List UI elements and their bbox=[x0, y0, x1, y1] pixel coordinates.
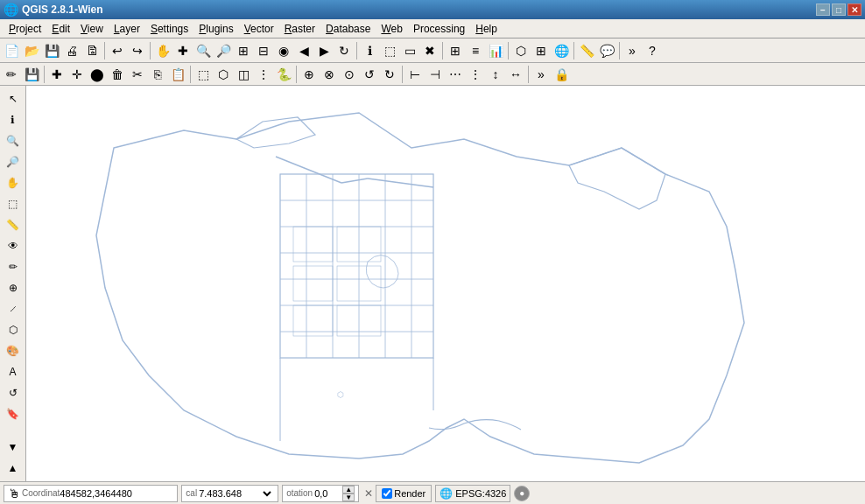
zoom-next-button[interactable]: ▶ bbox=[314, 41, 334, 60]
add-point[interactable]: ⊕ bbox=[3, 278, 24, 298]
pan-left[interactable]: ✋ bbox=[3, 173, 24, 192]
messages-button[interactable]: ● bbox=[514, 486, 530, 501]
redo-button[interactable]: ↪ bbox=[128, 41, 147, 60]
rotation-up[interactable]: ▲ bbox=[342, 486, 355, 494]
add-line[interactable]: ⟋ bbox=[3, 299, 24, 318]
snap-btn1[interactable]: ⊕ bbox=[299, 65, 319, 84]
add-feature-button[interactable]: ✚ bbox=[47, 65, 67, 84]
snap-btn5[interactable]: ↻ bbox=[380, 65, 399, 84]
expand-panel[interactable]: ▲ bbox=[3, 458, 24, 478]
refresh-button[interactable]: ↻ bbox=[334, 41, 354, 60]
add-polygon[interactable]: ⬡ bbox=[3, 320, 24, 340]
more-button[interactable]: » bbox=[622, 41, 642, 60]
label-tool[interactable]: A bbox=[3, 362, 24, 382]
measure-button[interactable]: 📏 bbox=[577, 41, 596, 60]
undo-button[interactable]: ↩ bbox=[108, 41, 127, 60]
digitize-btn1[interactable]: ⬚ bbox=[193, 65, 213, 84]
menu-settings[interactable]: Settings bbox=[145, 21, 193, 37]
map-tips-button[interactable]: 💬 bbox=[597, 41, 616, 60]
map-canvas[interactable]: ⬡ bbox=[26, 86, 865, 481]
rotation-tool[interactable]: ↺ bbox=[3, 383, 24, 402]
digitize-btn2[interactable]: ⬡ bbox=[214, 65, 233, 84]
zoom-selection-button[interactable]: ◉ bbox=[274, 41, 293, 60]
zoom-full-button[interactable]: ⊞ bbox=[234, 41, 253, 60]
maximize-button[interactable]: □ bbox=[832, 4, 846, 16]
adv-btn5[interactable]: ↕ bbox=[486, 65, 505, 84]
menu-database[interactable]: Database bbox=[320, 21, 376, 37]
add-vector-button[interactable]: ⬡ bbox=[511, 41, 531, 60]
add-raster-button[interactable]: ⊞ bbox=[531, 41, 551, 60]
close-button[interactable]: ✕ bbox=[847, 4, 861, 16]
select-feature-button[interactable]: ⬚ bbox=[380, 41, 399, 60]
open-attr-table-button[interactable]: ≡ bbox=[466, 41, 485, 60]
menu-vector[interactable]: Vector bbox=[239, 21, 279, 37]
print-button[interactable]: 🖺 bbox=[82, 41, 102, 60]
new-project-button[interactable]: 📄 bbox=[2, 41, 21, 60]
select-left[interactable]: ⬚ bbox=[3, 194, 24, 214]
deselect-button[interactable]: ✖ bbox=[420, 41, 440, 60]
snap-btn3[interactable]: ⊙ bbox=[340, 65, 359, 84]
paste-features-button[interactable]: 📋 bbox=[168, 65, 187, 84]
menu-web[interactable]: Web bbox=[376, 21, 407, 37]
lock-button[interactable]: 🔒 bbox=[552, 65, 571, 84]
stats-button[interactable]: 📊 bbox=[486, 41, 505, 60]
feature-info[interactable]: ℹ bbox=[3, 110, 24, 130]
identify-button[interactable]: ℹ bbox=[360, 41, 379, 60]
style-tool[interactable]: 🎨 bbox=[3, 341, 24, 360]
digitize-btn3[interactable]: ◫ bbox=[234, 65, 253, 84]
edit-toggle-button[interactable]: ✏ bbox=[2, 65, 21, 84]
zoom-layer-button[interactable]: ⊟ bbox=[254, 41, 273, 60]
identify-left[interactable]: 👁 bbox=[3, 236, 24, 256]
menu-layer[interactable]: Layer bbox=[109, 21, 145, 37]
zoom-in-left[interactable]: 🔍 bbox=[3, 131, 24, 150]
node-tool-button[interactable]: ⬤ bbox=[88, 65, 107, 84]
epsg-display[interactable]: 🌐 EPSG:4326 bbox=[435, 485, 510, 502]
render-button[interactable]: Render bbox=[376, 485, 432, 502]
zoom-in-button[interactable]: 🔍 bbox=[193, 41, 213, 60]
menu-raster[interactable]: Raster bbox=[279, 21, 320, 37]
adv-btn6[interactable]: ↔ bbox=[506, 65, 525, 84]
scale-input[interactable] bbox=[199, 488, 260, 499]
save-as-button[interactable]: 🖨 bbox=[62, 41, 81, 60]
adv-btn3[interactable]: ⋯ bbox=[446, 65, 465, 84]
render-checkbox[interactable] bbox=[382, 488, 392, 499]
adv-btn4[interactable]: ⋮ bbox=[466, 65, 485, 84]
save-project-button[interactable]: 💾 bbox=[42, 41, 61, 60]
delete-selected-button[interactable]: 🗑 bbox=[108, 65, 127, 84]
minimize-button[interactable]: − bbox=[816, 4, 830, 16]
python-console-button[interactable]: 🐍 bbox=[274, 65, 293, 84]
pan-to-selection[interactable]: ✚ bbox=[173, 41, 193, 60]
rotation-down[interactable]: ▼ bbox=[342, 494, 355, 501]
zoom-prev-button[interactable]: ◀ bbox=[294, 41, 313, 60]
save-edits-button[interactable]: 💾 bbox=[22, 65, 41, 84]
copy-features-button[interactable]: ⎘ bbox=[148, 65, 167, 84]
zoom-out-button[interactable]: 🔎 bbox=[214, 41, 233, 60]
zoom-out-left[interactable]: 🔎 bbox=[3, 152, 24, 172]
edit-left[interactable]: ✏ bbox=[3, 257, 24, 276]
cut-features-button[interactable]: ✂ bbox=[128, 65, 147, 84]
open-project-button[interactable]: 📂 bbox=[22, 41, 41, 60]
menu-plugins[interactable]: Plugins bbox=[193, 21, 238, 37]
more2-button[interactable]: » bbox=[531, 65, 551, 84]
measure-left[interactable]: 📏 bbox=[3, 215, 24, 234]
adv-btn1[interactable]: ⊢ bbox=[405, 65, 425, 84]
menu-project[interactable]: Project bbox=[4, 21, 46, 37]
menu-view[interactable]: View bbox=[75, 21, 109, 37]
select-rect-button[interactable]: ▭ bbox=[400, 41, 419, 60]
adv-btn2[interactable]: ⊣ bbox=[425, 65, 445, 84]
collapse-panel[interactable]: ▼ bbox=[3, 438, 24, 457]
cursor-tool[interactable]: ↖ bbox=[3, 89, 24, 108]
pan-button[interactable]: ✋ bbox=[153, 41, 172, 60]
menu-processing[interactable]: Processing bbox=[408, 21, 470, 37]
help-button[interactable]: ? bbox=[643, 41, 662, 60]
snap-btn2[interactable]: ⊗ bbox=[320, 65, 339, 84]
rotation-input[interactable] bbox=[314, 488, 341, 499]
digitize-btn4[interactable]: ⋮ bbox=[254, 65, 273, 84]
menu-help[interactable]: Help bbox=[470, 21, 503, 37]
menu-edit[interactable]: Edit bbox=[46, 21, 75, 37]
open-field-calc-button[interactable]: ⊞ bbox=[446, 41, 465, 60]
coordinate-input[interactable] bbox=[60, 488, 173, 499]
scale-select[interactable]: ▼ bbox=[262, 487, 274, 500]
move-feature-button[interactable]: ✛ bbox=[67, 65, 87, 84]
snap-btn4[interactable]: ↺ bbox=[360, 65, 379, 84]
